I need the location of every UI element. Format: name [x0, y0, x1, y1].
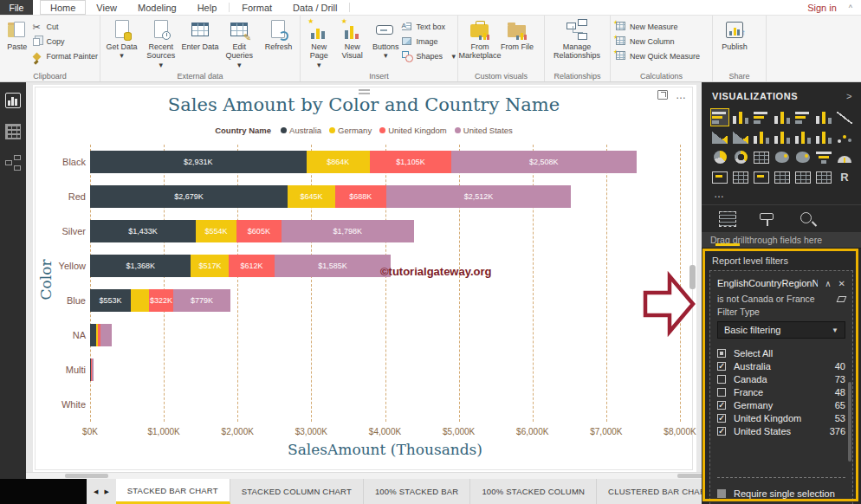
clustered-column-chart-icon[interactable]: [773, 108, 792, 126]
funnel-icon[interactable]: [814, 148, 833, 166]
ribbon-tab-help[interactable]: Help: [187, 0, 228, 15]
filled-map-icon[interactable]: [793, 148, 812, 166]
bar-segment[interactable]: $1,585K: [275, 255, 392, 277]
refresh-button[interactable]: Refresh: [259, 17, 298, 51]
clustered-bar-chart-icon[interactable]: [752, 108, 771, 126]
new-column-button[interactable]: ★New Column: [616, 35, 700, 48]
data-view-button[interactable]: [5, 124, 21, 139]
bar-segment[interactable]: [131, 289, 149, 312]
filter-checkbox[interactable]: [717, 401, 726, 410]
map-icon[interactable]: [773, 148, 792, 166]
publish-button[interactable]: ↑ Publish: [715, 17, 754, 51]
require-single-selection-row[interactable]: Require single selection: [717, 487, 845, 500]
bar-segment[interactable]: $322K: [149, 289, 172, 312]
more-visuals-icon[interactable]: …: [702, 186, 861, 200]
recent-sources-button[interactable]: Recent Sources▾: [141, 17, 180, 69]
copy-button[interactable]: Copy: [32, 35, 98, 48]
bar-segment[interactable]: $2,508K: [451, 151, 636, 173]
new-quick-measure-button[interactable]: ★New Quick Measure: [616, 49, 700, 62]
bar-segment[interactable]: [100, 324, 113, 346]
waterfall-chart-icon[interactable]: [814, 128, 833, 146]
new-visual-button[interactable]: ★ New Visual: [335, 17, 368, 61]
bar-segment[interactable]: $864K: [307, 151, 371, 173]
bar-segment[interactable]: $612K: [229, 255, 274, 277]
paste-button[interactable]: Paste: [2, 17, 32, 51]
legend-item[interactable]: Australia: [281, 126, 321, 135]
ribbon-tab-format[interactable]: Format: [231, 0, 282, 15]
ribbon-tab-view[interactable]: View: [86, 0, 127, 15]
manage-relationships-button[interactable]: Manage Relationships: [547, 17, 607, 61]
image-button[interactable]: Image: [402, 35, 456, 48]
stacked-bar-chart-visual[interactable]: … Sales Amount by Color and Country Name…: [35, 87, 693, 470]
filter-list-scrollbar[interactable]: [848, 382, 851, 462]
bar-segment[interactable]: [92, 359, 94, 381]
format-tab-icon[interactable]: [759, 211, 776, 227]
bar-segment[interactable]: $1,798K: [282, 220, 414, 242]
require-single-selection-checkbox[interactable]: [717, 489, 726, 498]
line-and-clustered-column-icon[interactable]: [773, 128, 792, 146]
new-measure-button[interactable]: ★New Measure: [616, 20, 700, 33]
edit-queries-button[interactable]: ✎ Edit Queries▾: [220, 17, 259, 69]
clear-filter-icon[interactable]: [837, 296, 847, 302]
bar-segment[interactable]: $554K: [196, 220, 236, 242]
page-tab-stacked-bar-chart[interactable]: STACKED BAR CHART: [116, 479, 230, 504]
fields-tab-icon[interactable]: [719, 211, 736, 227]
bar-segment[interactable]: $1,433K: [90, 220, 196, 242]
filter-checkbox[interactable]: [717, 375, 726, 384]
table-icon[interactable]: [793, 168, 812, 186]
matrix-icon[interactable]: [814, 168, 833, 186]
filter-row-france[interactable]: France48: [717, 385, 845, 398]
text-box-button[interactable]: Text box: [402, 20, 456, 33]
ribbon-tab-home[interactable]: Home: [40, 0, 86, 15]
bar-segment[interactable]: $645K: [288, 185, 335, 208]
scrollbar-handle[interactable]: [65, 474, 108, 478]
page-tab-100-stacked-bar[interactable]: 100% STACKED BAR: [364, 479, 470, 504]
analytics-tab-icon[interactable]: [799, 211, 816, 227]
new-page-button[interactable]: ★ New Page▾: [302, 17, 335, 69]
shapes-button[interactable]: Shapes ▾: [402, 49, 456, 62]
legend-item[interactable]: United Kingdom: [379, 126, 447, 135]
bar-segment[interactable]: $1,368K: [90, 255, 191, 277]
legend-item[interactable]: Germany: [329, 126, 372, 135]
filter-type-dropdown[interactable]: Basic filtering ▼: [717, 321, 845, 339]
pie-chart-icon[interactable]: [710, 148, 729, 166]
filter-checkbox[interactable]: [717, 414, 726, 423]
100-stacked-bar-icon[interactable]: [793, 108, 812, 126]
bar-segment[interactable]: $779K: [173, 289, 230, 312]
bar-segment[interactable]: $1,105K: [370, 151, 451, 173]
line-chart-icon[interactable]: [835, 108, 854, 126]
area-chart-icon[interactable]: [710, 128, 729, 146]
collapse-filter-icon[interactable]: ∧: [825, 279, 831, 288]
slicer-icon[interactable]: [773, 168, 792, 186]
filter-row-germany[interactable]: Germany65: [717, 398, 845, 411]
100-stacked-column-icon[interactable]: [814, 108, 833, 126]
bar-segment[interactable]: [90, 324, 96, 346]
report-view-button[interactable]: [5, 93, 21, 108]
filter-row-canada[interactable]: Canada73: [717, 372, 845, 385]
filter-row-select-all[interactable]: Select All: [717, 346, 845, 359]
stacked-column-chart-icon[interactable]: [731, 108, 750, 126]
drillthrough-dropzone[interactable]: Drag drillthrough fields here: [702, 232, 861, 249]
donut-chart-icon[interactable]: [731, 148, 750, 166]
filter-row-united-kingdom[interactable]: United Kingdom53: [717, 411, 845, 424]
get-data-button[interactable]: Get Data▾: [102, 17, 141, 61]
collapse-pane-icon[interactable]: >: [846, 91, 852, 101]
legend-item[interactable]: United States: [455, 126, 513, 135]
ribbon-tab-modeling[interactable]: Modeling: [127, 0, 187, 15]
multi-row-card-icon[interactable]: [731, 168, 750, 186]
page-tab-100-stacked-column[interactable]: 100% STACKED COLUMN: [470, 479, 597, 504]
kpi-icon[interactable]: [752, 168, 771, 186]
filter-checkbox[interactable]: [717, 388, 726, 397]
remove-filter-icon[interactable]: ✕: [838, 279, 845, 288]
format-painter-button[interactable]: Format Painter: [32, 49, 98, 62]
page-tab-stacked-column-chart[interactable]: STACKED COLUMN CHART: [230, 479, 364, 504]
card-icon[interactable]: [710, 168, 729, 186]
ribbon-chart-icon[interactable]: [793, 128, 812, 146]
select-all-checkbox[interactable]: [717, 349, 726, 358]
bar-segment[interactable]: $2,679K: [90, 185, 288, 208]
filter-checkbox[interactable]: [717, 362, 726, 371]
ribbon-tab-data-drill[interactable]: Data / Drill: [282, 0, 347, 15]
r-script-icon[interactable]: R: [835, 168, 854, 186]
page-nav-right-icon[interactable]: ▶: [104, 488, 108, 495]
stacked-area-chart-icon[interactable]: [731, 128, 750, 146]
